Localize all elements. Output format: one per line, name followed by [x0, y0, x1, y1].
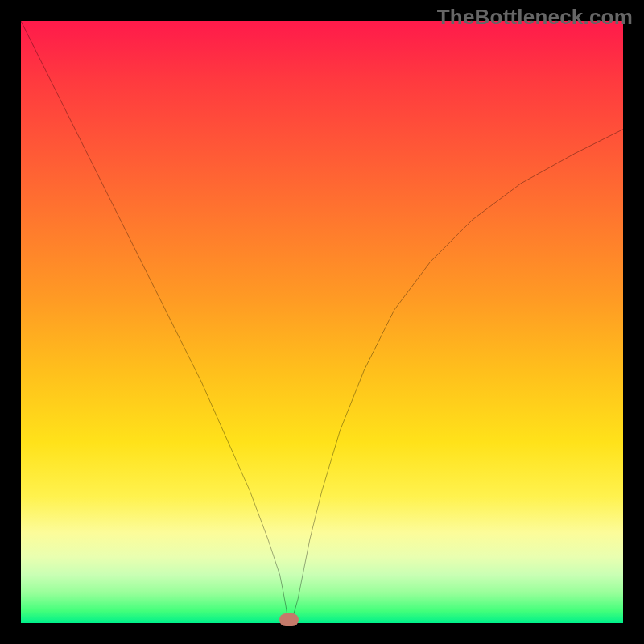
chart-root: TheBottleneck.com — [0, 0, 644, 644]
chart-plot-area — [21, 21, 623, 623]
watermark-text: TheBottleneck.com — [437, 5, 633, 30]
current-point-marker — [279, 613, 299, 626]
